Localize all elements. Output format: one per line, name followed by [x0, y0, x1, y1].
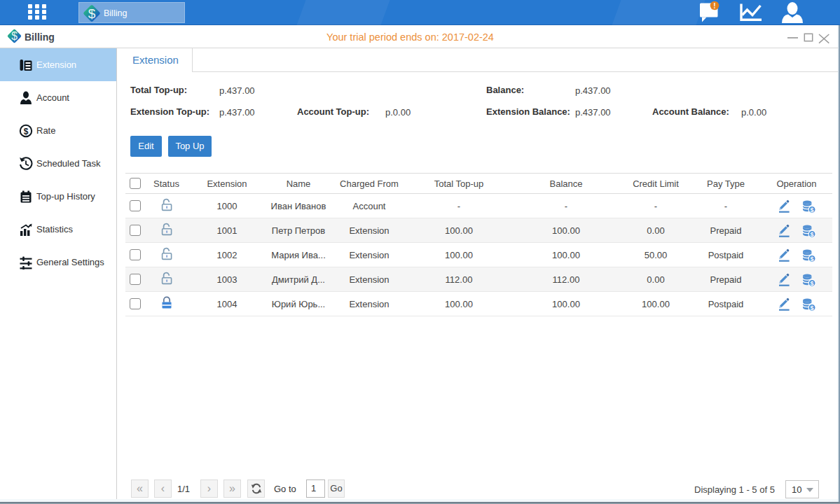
svg-text:$: $ [88, 6, 96, 21]
svg-text:!: ! [713, 2, 715, 10]
svg-text:$: $ [24, 127, 29, 136]
